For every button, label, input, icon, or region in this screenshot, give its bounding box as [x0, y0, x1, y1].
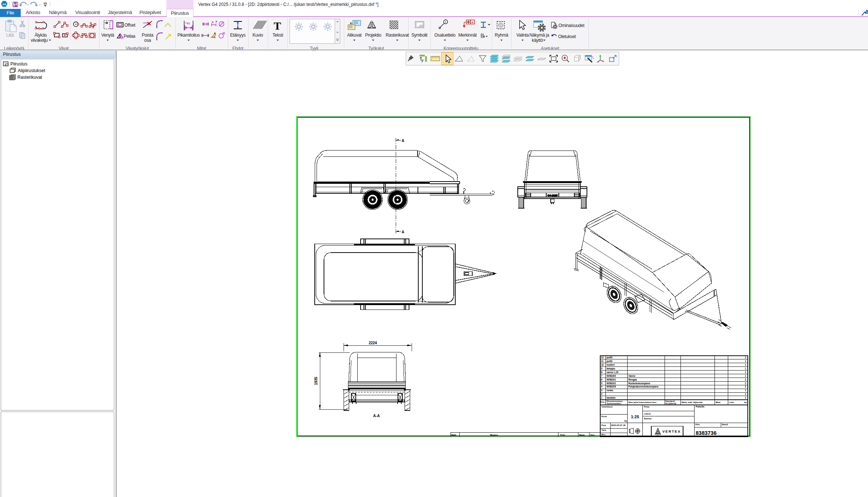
svg-text:2025-05-07 JK: 2025-05-07 JK [611, 424, 626, 426]
svg-text:Tunnusnumero: Tunnusnumero [607, 402, 621, 405]
svg-text:T: T [274, 20, 281, 32]
svg-text:1: 1 [601, 396, 602, 399]
svg-text:Hyv.: Hyv. [590, 434, 595, 436]
svg-text:A-A: A-A [373, 414, 380, 418]
svg-text:kaukalo: kaukalo [607, 396, 615, 399]
svg-text:9058202: 9058202 [607, 382, 616, 385]
svg-text:1: 1 [745, 360, 746, 362]
svg-text:9058201: 9058201 [607, 378, 616, 381]
svg-text:Puhelin: Puhelin [696, 405, 705, 408]
svg-text:9058205: 9058205 [607, 385, 616, 388]
svg-text:mutteri: mutteri [607, 364, 615, 366]
svg-text:Pinta: Pinta [644, 406, 649, 408]
svg-text:5: 5 [601, 382, 602, 385]
svg-text:1: 1 [745, 356, 746, 359]
svg-text:3: 3 [601, 389, 602, 392]
svg-text:1: 1 [745, 371, 746, 373]
svg-text:Maila, matl, läljänstää: Maila, matl, läljänstää [682, 401, 703, 403]
svg-text:1: 1 [745, 393, 746, 395]
svg-text:Ryhmä: Ryhmä [644, 417, 652, 420]
svg-text:Kuva: Kuva [601, 415, 607, 417]
svg-text:pultti: pultti [607, 360, 612, 363]
svg-text:Viiteliitteet: Viiteliitteet [601, 406, 612, 408]
svg-text:1: 1 [745, 389, 746, 392]
svg-text:pultti: pultti [607, 356, 612, 359]
svg-text:runko: runko [607, 389, 613, 392]
svg-text:Rengas: Rengas [628, 378, 637, 381]
svg-text:12: 12 [601, 356, 604, 359]
svg-text:Osa: Osa [601, 401, 605, 403]
svg-text:Mitat: Mitat [716, 401, 720, 403]
svg-text:2224: 2224 [369, 341, 377, 345]
svg-text:A: A [402, 139, 404, 143]
svg-text:G4-2025: G4-2025 [547, 194, 558, 197]
svg-text:7: 7 [601, 375, 602, 377]
svg-text:1: 1 [745, 396, 746, 399]
svg-text:Pohjarakennekokoonpano: Pohjarakennekokoonpano [628, 385, 658, 388]
svg-text:VERTEX: VERTEX [662, 429, 681, 433]
svg-text:10: 10 [601, 364, 604, 366]
svg-text:1935: 1935 [314, 376, 318, 385]
svg-text:Nro.: Nro. [601, 433, 606, 436]
svg-text:Piirt.: Piirt. [695, 423, 700, 426]
svg-text:Pvm: Pvm [560, 434, 565, 436]
svg-text:Littera: Littera [644, 413, 651, 415]
svg-text:1: 1 [745, 375, 746, 377]
svg-text:kg: kg [624, 420, 627, 422]
svg-text:1: 1 [445, 21, 446, 23]
svg-text:2: 2 [745, 385, 746, 388]
svg-text:1: 1 [745, 367, 746, 370]
svg-text:Muut.: Muut. [579, 434, 585, 436]
svg-text:lamppu: lamppu [607, 367, 615, 370]
svg-text:1:25: 1:25 [631, 415, 639, 419]
svg-text:A: A [402, 230, 404, 234]
svg-text:Nimi ja/tai lisäerotteleva tie: Nimi ja/tai lisäerotteleva tieto [628, 401, 656, 403]
svg-text:Lmla: Lmla [729, 401, 734, 403]
svg-text:11: 11 [601, 360, 604, 362]
svg-text:1: 1 [745, 364, 746, 366]
svg-text:kpl: kpl [744, 401, 747, 403]
svg-text:Runkokokoonpano: Runkokokoonpano [628, 382, 650, 385]
svg-text:9: 9 [601, 367, 602, 370]
svg-text:Vanne: Vanne [628, 375, 636, 377]
svg-text:8: 8 [601, 371, 602, 373]
svg-text:Malli: Malli [451, 434, 456, 436]
svg-text:tai (pätevä): tai (pätevä) [665, 402, 676, 405]
svg-text:2: 2 [601, 393, 602, 395]
svg-text:G4: G4 [2, 3, 6, 6]
svg-text:Tark.: Tark. [601, 429, 607, 431]
svg-text:Nimi2: Nimi2 [722, 423, 728, 426]
svg-text:vanne 1,5t: vanne 1,5t [607, 371, 619, 374]
svg-text:4: 4 [601, 385, 602, 388]
svg-text:A: A [472, 21, 474, 24]
svg-text:9058200: 9058200 [607, 375, 616, 377]
svg-text:45: 45 [187, 22, 190, 25]
svg-text:2: 2 [745, 378, 746, 381]
svg-text:Muutos: Muutos [490, 434, 498, 436]
svg-text:Pvm: Pvm [601, 424, 606, 426]
svg-text:6: 6 [601, 378, 602, 381]
svg-text:2: 2 [745, 382, 746, 385]
svg-text:8383736: 8383736 [696, 430, 716, 436]
